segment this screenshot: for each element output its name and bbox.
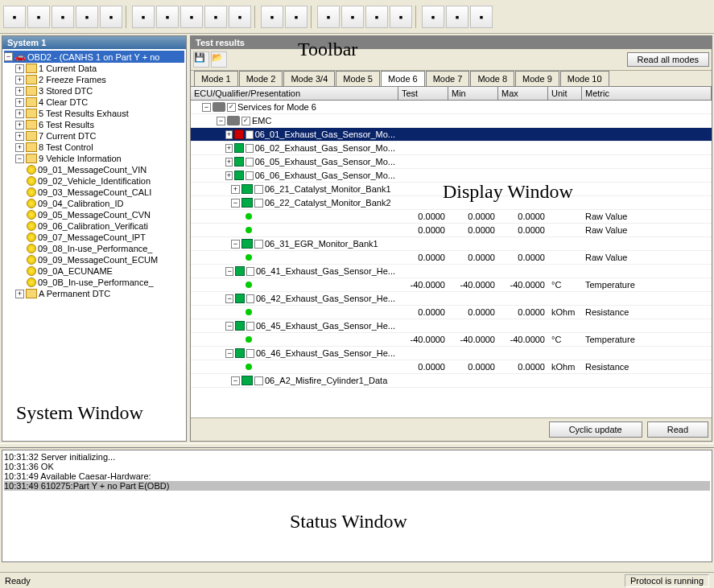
expander-icon[interactable]: − — [225, 294, 233, 303]
tab-mode 1[interactable]: Mode 1 — [194, 71, 238, 86]
open-icon[interactable]: 📂 — [211, 51, 227, 68]
expander-icon[interactable]: − — [202, 103, 211, 112]
tree-leaf[interactable]: 09_0B_In-use_Performance_ — [4, 277, 184, 288]
vehicle-icon[interactable]: ▪ — [27, 6, 50, 28]
tree-item[interactable]: +2 Freeze Frames — [4, 74, 184, 85]
form-icon[interactable]: ▪ — [180, 6, 203, 28]
tree-leaf[interactable]: 09_02_Vehicle_Identification — [4, 175, 184, 187]
refresh-icon[interactable]: ▪ — [52, 6, 74, 28]
grid-row[interactable]: −06_41_Exhaust_Gas_Sensor_He... — [191, 265, 712, 278]
checkbox[interactable] — [254, 376, 263, 385]
read-all-button[interactable]: Read all modes — [627, 52, 709, 67]
checkbox[interactable] — [254, 199, 263, 208]
grid-icon[interactable]: ▪ — [341, 6, 364, 28]
col-header[interactable]: Test — [398, 87, 448, 100]
status-window[interactable]: 10:31:32 Server initializing...10:31:36 … — [2, 450, 712, 562]
tab-mode 10[interactable]: Mode 10 — [560, 71, 609, 86]
multi-icon[interactable]: ▪ — [204, 6, 227, 28]
col-header[interactable]: Min — [448, 87, 498, 100]
eye-icon[interactable]: ▪ — [229, 6, 251, 28]
grid-row[interactable]: 0.0000 0.0000 0.0000 Raw Value — [191, 251, 712, 265]
grid-row[interactable]: -40.0000 -40.0000 -40.0000 °C Temperatur… — [191, 278, 712, 292]
grid-row[interactable]: +06_21_Catalyst_Monitor_Bank1 — [191, 183, 712, 196]
grid-row[interactable]: 0.0000 0.0000 0.0000 kOhm Resistance — [191, 306, 712, 319]
grid-row[interactable]: −EMC — [191, 114, 712, 128]
checkbox[interactable] — [246, 349, 254, 358]
tree-leaf[interactable]: 09_05_MessageCount_CVN — [4, 209, 184, 220]
tree-leaf[interactable]: 09_0A_ECUNAME — [4, 265, 184, 277]
read-button[interactable]: Read — [647, 421, 708, 438]
system-tree[interactable]: −🚗OBD2 - (CANHS 1 on Part Y + no+1 Curre… — [2, 49, 186, 441]
wand-icon[interactable]: ▪ — [285, 6, 307, 28]
tree-item[interactable]: +A Permanent DTC — [4, 288, 184, 299]
tree-item[interactable]: +7 Current DTC — [4, 130, 184, 142]
grid-row[interactable]: −06_42_Exhaust_Gas_Sensor_He... — [191, 292, 712, 306]
tree-item[interactable]: +5 Test Results Exhaust — [4, 108, 184, 119]
checkbox[interactable] — [246, 322, 254, 331]
grid-row[interactable]: −06_46_Exhaust_Gas_Sensor_He... — [191, 347, 712, 360]
checkbox[interactable] — [241, 117, 250, 125]
col-header[interactable]: ECU/Qualifier/Presentation — [191, 87, 398, 100]
expander-icon[interactable]: − — [231, 240, 240, 249]
cyclic-update-button[interactable]: Cyclic update — [549, 421, 642, 438]
norefresh-icon[interactable]: ▪ — [76, 6, 98, 28]
grid-row[interactable]: −06_A2_Misfire_Cylinder1_Data — [191, 374, 712, 388]
tree-leaf[interactable]: 09_07_MessageCount_IPT — [4, 232, 184, 243]
expander-icon[interactable]: + — [225, 130, 233, 139]
grid-row[interactable]: +06_05_Exhaust_Gas_Sensor_Mo... — [191, 155, 712, 169]
cloud-icon[interactable]: ▪ — [156, 6, 179, 28]
tree-item[interactable]: +3 Stored DTC — [4, 85, 184, 97]
grid-row[interactable]: 0.0000 0.0000 0.0000 Raw Value — [191, 210, 712, 224]
save-icon[interactable]: 💾 — [193, 51, 209, 68]
tree-item[interactable]: +6 Test Results — [4, 119, 184, 130]
expander-icon[interactable]: − — [225, 322, 233, 331]
tree-item[interactable]: −9 Vehicle Information — [4, 153, 184, 164]
grid-row[interactable]: −06_22_Catalyst_Monitor_Bank2 — [191, 196, 712, 210]
tab-mode 6[interactable]: Mode 6 — [381, 71, 425, 86]
tree-leaf[interactable]: 09_08_In-use_Performance_ — [4, 243, 184, 254]
tab-mode 2[interactable]: Mode 2 — [239, 71, 283, 86]
checkbox[interactable] — [227, 103, 236, 112]
tree-item[interactable]: +4 Clear DTC — [4, 97, 184, 108]
search-icon[interactable]: ▪ — [422, 6, 444, 28]
expander-icon[interactable]: − — [231, 376, 240, 385]
tree-item[interactable]: +1 Current Data — [4, 63, 184, 74]
car-icon[interactable]: ▪ — [100, 6, 122, 28]
expander-icon[interactable]: − — [225, 349, 233, 358]
tab-mode 8[interactable]: Mode 8 — [470, 71, 514, 86]
pkg-icon[interactable]: ▪ — [365, 6, 388, 28]
open-icon[interactable]: ▪ — [3, 6, 26, 28]
checkbox[interactable] — [254, 185, 263, 194]
grid-row[interactable]: −06_31_EGR_Monitor_Bank1 — [191, 237, 712, 251]
grid-row[interactable]: +06_02_Exhaust_Gas_Sensor_Mo... — [191, 142, 712, 155]
expander-icon[interactable]: + — [225, 144, 233, 153]
tree-root[interactable]: −🚗OBD2 - (CANHS 1 on Part Y + no — [4, 51, 184, 63]
doc-icon[interactable]: ▪ — [317, 6, 340, 28]
checkbox[interactable] — [246, 294, 254, 303]
tree-leaf[interactable]: 09_01_MessageCount_VIN — [4, 164, 184, 175]
col-header[interactable]: Max — [498, 87, 548, 100]
tree-item[interactable]: +8 Test Control — [4, 142, 184, 153]
tools-icon[interactable]: ▪ — [390, 6, 412, 28]
tab-mode 7[interactable]: Mode 7 — [426, 71, 470, 86]
checkbox[interactable] — [246, 144, 254, 153]
tree-leaf[interactable]: 09_06_Calibration_Verificati — [4, 220, 184, 232]
checkbox[interactable] — [246, 171, 254, 180]
grid-row[interactable]: -40.0000 -40.0000 -40.0000 °C Temperatur… — [191, 333, 712, 347]
checkbox[interactable] — [246, 158, 254, 167]
col-header[interactable]: Unit — [548, 87, 582, 100]
grid-row[interactable]: −06_45_Exhaust_Gas_Sensor_He... — [191, 319, 712, 333]
grid-row[interactable]: +06_01_Exhaust_Gas_Sensor_Mo... — [191, 128, 712, 142]
tree-leaf[interactable]: 09_04_Calibration_ID — [4, 198, 184, 209]
checkbox[interactable] — [246, 130, 254, 139]
grid-body[interactable]: −Services for Mode 6 −EMC +06_01_Exhaust… — [191, 101, 712, 417]
expander-icon[interactable]: + — [225, 171, 233, 180]
expander-icon[interactable]: − — [217, 117, 225, 125]
tab-mode 9[interactable]: Mode 9 — [515, 71, 559, 86]
tree-leaf[interactable]: 09_03_MessageCount_CALI — [4, 187, 184, 198]
tab-mode 3/4[interactable]: Mode 3/4 — [283, 71, 335, 86]
tab-mode 5[interactable]: Mode 5 — [336, 71, 380, 86]
expander-icon[interactable]: − — [231, 199, 240, 208]
horizontal-splitter[interactable] — [0, 443, 714, 448]
cross-icon[interactable]: ▪ — [470, 6, 493, 28]
